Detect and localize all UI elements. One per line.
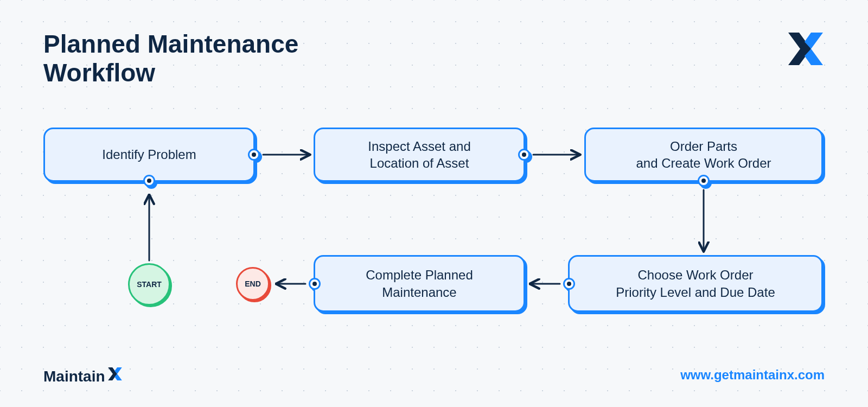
node-label: Inspect Asset and Location of Asset (368, 138, 470, 171)
start-label: START (137, 280, 162, 289)
connector-port-icon (309, 278, 321, 290)
connector-port-icon (518, 149, 530, 161)
connector-port-icon (143, 175, 155, 187)
connector-port-icon (563, 278, 575, 290)
end-node: END (236, 267, 270, 301)
node-order-parts: Order Parts and Create Work Order (584, 128, 823, 182)
brand-wordmark: Maintain (43, 366, 124, 385)
end-label: END (245, 279, 261, 288)
node-label: Complete Planned Maintenance (366, 266, 473, 300)
node-choose-priority: Choose Work Order Priority Level and Due… (568, 255, 823, 312)
connector-port-icon (698, 175, 710, 187)
node-inspect-asset: Inspect Asset and Location of Asset (314, 128, 525, 182)
node-label: Order Parts and Create Work Order (636, 138, 771, 171)
brand-logo-icon (784, 30, 827, 70)
node-label: Choose Work Order Priority Level and Due… (616, 266, 775, 300)
node-identify-problem: Identify Problem (43, 128, 255, 182)
start-node: START (128, 263, 170, 306)
diagram-title: Planned Maintenance Workflow (43, 30, 298, 87)
node-complete-maintenance: Complete Planned Maintenance (314, 255, 525, 312)
node-label: Identify Problem (102, 146, 196, 163)
website-url: www.getmaintainx.com (680, 367, 825, 383)
connector-port-icon (248, 149, 260, 161)
brand-text: Maintain (43, 368, 105, 385)
